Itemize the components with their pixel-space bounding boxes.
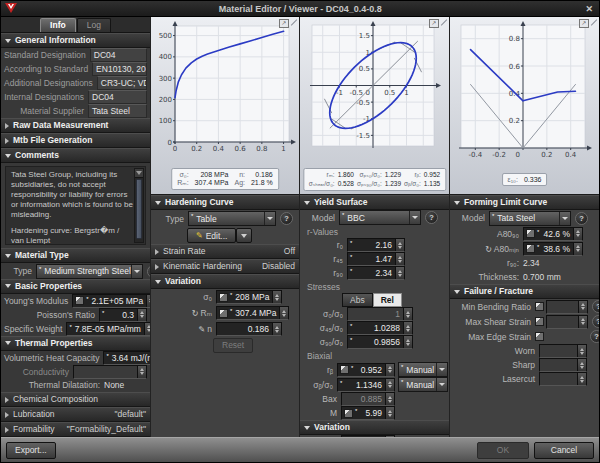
export-button[interactable]: Export... xyxy=(6,442,56,459)
worn-field[interactable] xyxy=(539,344,587,358)
rb-field[interactable]: 0.952 xyxy=(337,363,395,377)
hardening-type-dropdown[interactable]: Table xyxy=(188,211,276,226)
ok-button[interactable]: OK xyxy=(477,442,529,459)
comments-scrollbar[interactable] xyxy=(134,168,144,243)
r0-field[interactable]: 2.16 xyxy=(347,238,405,252)
close-icon[interactable]: ✕ xyxy=(583,4,595,14)
m-exponent-field[interactable]: 5.99 xyxy=(341,406,395,420)
spinner[interactable] xyxy=(279,307,288,319)
section-formability[interactable]: Formability "Formability_Default" xyxy=(1,422,150,437)
popout-icon[interactable]: ↗ xyxy=(579,19,589,28)
section-general-information[interactable]: General Information xyxy=(1,33,150,48)
section-thermal-properties[interactable]: Thermal Properties xyxy=(1,336,150,351)
n-field[interactable]: 0.186 xyxy=(216,322,282,336)
link-toggle-icon[interactable] xyxy=(219,309,228,318)
section-chemical-composition[interactable]: Chemical Composition xyxy=(1,392,150,407)
r90-field[interactable]: 2.34 xyxy=(347,266,405,280)
help-button[interactable]: ? xyxy=(147,265,150,278)
spinner[interactable] xyxy=(385,364,394,376)
section-hardening-curve[interactable]: Hardening Curve xyxy=(151,195,299,210)
edit-curve-button[interactable]: ✎ Edit... xyxy=(187,228,236,243)
spinner[interactable] xyxy=(573,243,582,255)
link-toggle-icon[interactable] xyxy=(219,293,228,302)
spinner[interactable] xyxy=(403,322,412,334)
sb-mode-dropdown[interactable]: Manual xyxy=(398,377,448,392)
section-material-type[interactable]: Material Type xyxy=(1,248,150,263)
spinner[interactable] xyxy=(385,407,394,419)
section-mtb-file-generation[interactable]: Mtb File Generation xyxy=(1,133,150,148)
spinner[interactable] xyxy=(272,323,281,335)
abs-option[interactable]: Abs xyxy=(342,293,373,307)
spinner[interactable] xyxy=(573,228,582,240)
section-raw-data-measurement[interactable]: Raw Data Measurement xyxy=(1,118,150,133)
spinner[interactable] xyxy=(395,239,404,251)
material-type-dropdown[interactable]: Medium Strength Steel xyxy=(36,264,143,279)
lasercut-field[interactable] xyxy=(539,372,587,386)
yield-model-dropdown[interactable]: BBC xyxy=(339,210,421,225)
section-yield-variation[interactable]: Variation xyxy=(300,420,449,435)
resize-handle[interactable] xyxy=(290,19,297,26)
sb-ratio-field[interactable]: 1.1346 xyxy=(337,378,395,392)
help-button[interactable]: ? xyxy=(280,212,293,225)
rm-variation-field[interactable]: 1.86 xyxy=(341,435,395,437)
edit-options-button[interactable] xyxy=(236,228,252,243)
section-failure-fracture[interactable]: Failure / Fracture xyxy=(450,284,599,299)
spinner[interactable] xyxy=(403,336,412,348)
spinner[interactable] xyxy=(146,295,150,307)
popout-icon[interactable]: ↗ xyxy=(429,19,439,28)
poissons-ratio-field[interactable]: 0.3 xyxy=(99,308,147,322)
flc-model-dropdown[interactable]: Tata Steel xyxy=(489,211,571,226)
link-toggle-icon[interactable] xyxy=(340,365,349,374)
r45-field[interactable]: 1.47 xyxy=(347,252,405,266)
section-hardening-variation[interactable]: Variation xyxy=(151,274,299,289)
help-button[interactable]: ? xyxy=(575,212,588,225)
spinner[interactable] xyxy=(144,323,150,335)
spinner[interactable] xyxy=(385,436,394,437)
section-yield-surface[interactable]: Yield Surface xyxy=(300,195,449,210)
s90-ratio-field[interactable]: 0.9856 xyxy=(347,335,413,349)
help-button[interactable]: ? xyxy=(425,211,438,224)
link-toggle-icon[interactable] xyxy=(75,296,84,305)
a80-90-field[interactable]: 42.6 % xyxy=(523,227,583,241)
help-button[interactable]: ? xyxy=(592,300,599,313)
rb-mode-dropdown[interactable]: Manual xyxy=(398,362,448,377)
link-toggle-icon[interactable] xyxy=(535,302,544,311)
section-lubrication[interactable]: Lubrication "default" xyxy=(1,407,150,422)
section-strain-rate[interactable]: Strain Rate Off xyxy=(151,244,299,259)
scrollbar-thumb[interactable] xyxy=(136,179,142,239)
spinner[interactable] xyxy=(137,309,146,321)
cancel-button[interactable]: Cancel xyxy=(534,442,594,459)
s45-ratio-field[interactable]: 1.0288 xyxy=(347,321,413,335)
help-button[interactable]: ? xyxy=(592,315,599,328)
spinner[interactable] xyxy=(272,291,281,303)
section-kinematic-hardening[interactable]: Kinematic Hardening Disabled xyxy=(151,259,299,274)
link-toggle-icon[interactable] xyxy=(526,244,535,253)
resize-handle[interactable] xyxy=(590,19,597,26)
help-button[interactable]: ? xyxy=(590,330,599,343)
section-comments[interactable]: Comments xyxy=(1,148,150,163)
resize-handle[interactable] xyxy=(440,19,447,26)
min-bending-ratio-field[interactable] xyxy=(546,300,588,314)
sigma0-field[interactable]: 208 MPa xyxy=(216,290,282,304)
a80-min-field[interactable]: 38.6 % xyxy=(523,242,583,256)
max-shear-strain-field[interactable] xyxy=(546,315,588,329)
heat-capacity-field[interactable]: 3.64 mJ/(mm³K) xyxy=(103,351,150,365)
link-toggle-icon[interactable] xyxy=(526,229,535,238)
link-toggle-icon[interactable] xyxy=(344,409,353,418)
section-basic-properties[interactable]: Basic Properties xyxy=(1,279,150,294)
tab-log[interactable]: Log xyxy=(77,18,111,32)
tab-info[interactable]: Info xyxy=(40,18,76,32)
link-toggle-icon[interactable] xyxy=(535,317,544,326)
rel-option[interactable]: Rel xyxy=(373,293,402,307)
popout-icon[interactable]: ↗ xyxy=(279,19,289,28)
reset-button[interactable]: Reset xyxy=(213,338,253,353)
spinner[interactable] xyxy=(395,267,404,279)
specific-weight-field[interactable]: 7.8E-05 MPa/mm xyxy=(66,322,150,336)
rm-field[interactable]: 307.4 MPa xyxy=(216,306,289,320)
youngs-modulus-field[interactable]: 2.1E+05 MPa xyxy=(72,294,150,308)
spinner[interactable] xyxy=(385,379,394,391)
section-forming-limit-curve[interactable]: Forming Limit Curve xyxy=(450,195,599,210)
scroll-up-icon[interactable] xyxy=(136,171,142,175)
spinner[interactable] xyxy=(395,253,404,265)
link-toggle-icon[interactable] xyxy=(535,332,544,341)
